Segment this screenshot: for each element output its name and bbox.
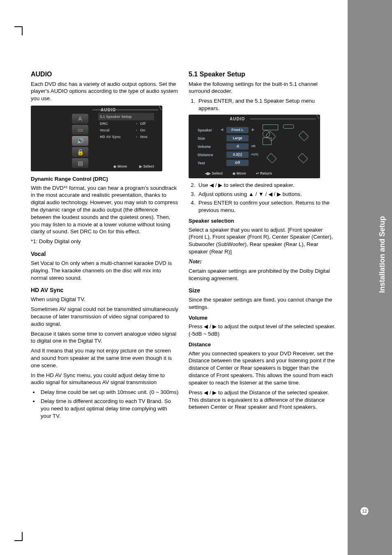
speaker-selection-text: Select a speaker that you want to adjust… <box>189 226 337 256</box>
menu-label: HD AV Sync <box>100 134 136 139</box>
size-text: Since the speaker settings are fixed, yo… <box>189 296 337 311</box>
volume-heading: Volume <box>189 314 337 322</box>
field-label: Speaker <box>198 128 217 133</box>
side-tab-label: Installation and Setup <box>378 216 387 293</box>
menu-decor-line <box>92 110 158 110</box>
menu-value: On <box>140 128 152 133</box>
caret-icon: › <box>136 134 140 139</box>
arrow-left-icon: ◀ <box>220 128 224 132</box>
sync-heading: HD AV Sync <box>31 286 179 294</box>
speaker-setup-heading: 5.1 Speaker Setup <box>189 70 337 79</box>
sync-text: Sometimes AV signal could not be transmi… <box>31 306 179 327</box>
speaker-menu-screenshot: AUDIO Speaker ◀ Front L ▶ Size Large <box>189 115 320 178</box>
field-value: -5 <box>226 143 249 150</box>
field-value: 0.3(1) <box>226 152 249 158</box>
list-item: Press ENTER to confirm your selection. R… <box>197 199 337 214</box>
drc-text: With the DVD*¹ format, you can hear a pr… <box>31 184 179 236</box>
field-unit: m(ft) <box>251 152 260 157</box>
distance-heading: Distance <box>189 341 337 348</box>
menu-label: 5.1 Speaker Setup <box>100 114 136 119</box>
audio-heading: AUDIO <box>31 70 179 79</box>
list-item: Press ENTER, and the 5.1 Speaker Setup m… <box>197 97 337 112</box>
menu-row: DRC › Off <box>100 120 152 127</box>
others-icon: ▤ <box>72 158 88 168</box>
field-unit: dB <box>251 144 260 149</box>
list-item: Delay time could be set up with 10msec u… <box>39 389 179 396</box>
volume-text: Press ◀ / ▶ to adjust the output level o… <box>189 323 337 338</box>
content-columns: AUDIO Each DVD disc has a variety of aud… <box>31 70 376 421</box>
field-row: Size Large <box>198 134 260 143</box>
footer-return: ↩ Return <box>256 171 272 176</box>
menu-decor-line <box>250 119 316 119</box>
field-label: Test <box>198 161 217 166</box>
right-column: 5.1 Speaker Setup Make the following set… <box>189 70 337 421</box>
menu-title: AUDIO <box>230 116 245 122</box>
sync-bullets: Delay time could be set up with 10msec u… <box>31 389 179 419</box>
page-number: 12 <box>360 507 369 516</box>
page: Installation and Setup 12 AUDIO Each DVD… <box>0 0 392 555</box>
rear-right-speaker-icon <box>297 153 308 163</box>
field-row: Volume -5 dB <box>198 143 260 151</box>
caret-icon: › <box>136 128 140 133</box>
crop-mark <box>14 26 23 27</box>
crop-mark <box>14 540 23 541</box>
note-heading: Note: <box>189 258 337 266</box>
menu-row: Vocal › On <box>100 127 152 134</box>
arrow-right-icon: ▶ <box>251 128 255 132</box>
field-label: Size <box>198 136 217 141</box>
menu-value: Off <box>140 121 152 126</box>
field-value: Large <box>226 135 249 141</box>
footer-move: ◆ Move <box>113 164 127 169</box>
side-tab: Installation and Setup <box>348 0 392 555</box>
field-label: Volume <box>198 144 217 149</box>
size-heading: Size <box>189 287 337 295</box>
menu-label: DRC <box>100 121 136 126</box>
menu-footer: ◀▶ Select ◆ Move ↩ Return <box>205 171 272 176</box>
menu-footer: ◆ Move ▶ Select <box>113 164 154 169</box>
crop-mark <box>22 26 23 35</box>
field-value: Off <box>226 160 249 166</box>
sync-text: When using Digital TV. <box>31 296 179 303</box>
audio-icon: 🔊 <box>72 136 88 146</box>
lock-icon: 🔒 <box>72 147 88 157</box>
audio-intro: Each DVD disc has a variety of audio out… <box>31 81 179 102</box>
drc-footnote: *1: Dolby Digital only <box>31 238 179 245</box>
footer-move: ◆ Move <box>233 171 246 176</box>
field-row: Speaker ◀ Front L ▶ <box>198 126 260 134</box>
sync-text: In the HD AV Sync menu, you could adjust… <box>31 372 179 387</box>
menu-value: 0ms <box>140 134 152 139</box>
speaker-fields: Speaker ◀ Front L ▶ Size Large Volume -5 <box>198 126 260 167</box>
list-item: Delay time is different according to eac… <box>39 398 179 419</box>
display-icon: ▭ <box>72 125 88 135</box>
tv-icon <box>263 124 278 130</box>
audio-menu-screenshot: AUDIO A ▭ 🔊 🔒 ▤ 5.1 Speaker Setup DRC › <box>31 106 162 171</box>
field-value: Front L <box>226 127 249 133</box>
sync-text: And It means that you may not enjoy pict… <box>31 347 179 369</box>
menu-row: 5.1 Speaker Setup <box>98 113 154 120</box>
drc-heading: Dynamic Range Control (DRC) <box>31 175 179 183</box>
list-item: Use ◀ / ▶ to select the desired speaker. <box>197 182 337 189</box>
speaker-layout-diagram <box>263 124 312 166</box>
front-right-speaker-icon <box>298 131 309 141</box>
vocal-heading: Vocal <box>31 250 179 258</box>
footer-select: ▶ Select <box>139 164 154 169</box>
footer-select: ◀▶ Select <box>205 171 223 176</box>
speaker-selection-heading: Speaker selection <box>189 217 337 225</box>
field-label: Distance <box>198 152 217 157</box>
field-row: Test Off <box>198 159 260 167</box>
speaker-setup-intro: Make the following settings for the buil… <box>189 81 337 95</box>
rear-left-speaker-icon <box>266 153 277 163</box>
field-row: Distance 0.3(1) m(ft) <box>198 151 260 159</box>
sync-text: Because it takes some time to convert an… <box>31 330 179 345</box>
center-speaker-icon <box>283 124 294 129</box>
crop-mark <box>22 532 23 541</box>
speaker-setup-steps: Press ENTER, and the 5.1 Speaker Setup m… <box>189 97 337 112</box>
menu-item-list: 5.1 Speaker Setup DRC › Off Vocal › On H… <box>100 114 152 140</box>
speaker-setup-steps-cont: Use ◀ / ▶ to select the desired speaker.… <box>189 182 337 214</box>
caret-icon: › <box>136 121 140 126</box>
menu-icon-column: A ▭ 🔊 🔒 ▤ <box>72 114 92 169</box>
language-icon: A <box>72 114 88 124</box>
distance-text: After you connected speakers to your DVD… <box>189 350 337 387</box>
left-column: AUDIO Each DVD disc has a variety of aud… <box>31 70 179 421</box>
distance-text2: Press ◀ / ▶ to adjust the Distance of th… <box>189 389 337 411</box>
